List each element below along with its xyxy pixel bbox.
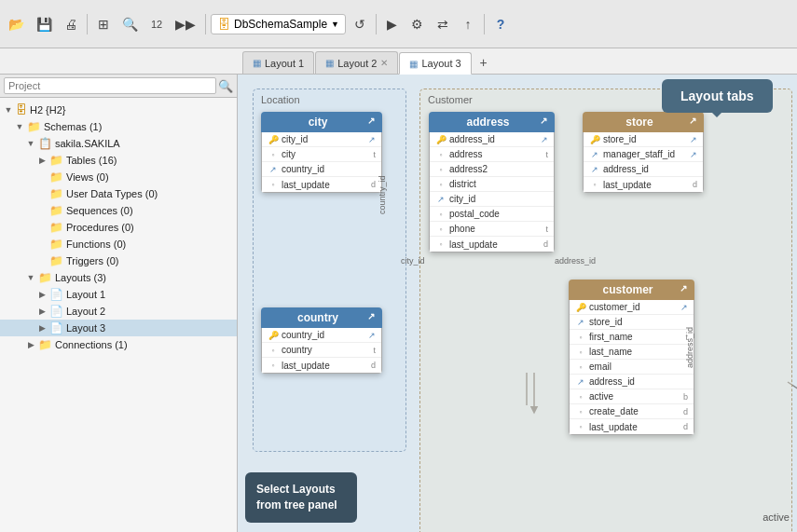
country-field-edit[interactable]: ↗	[368, 331, 376, 340]
table-country-expand[interactable]: ↗	[367, 311, 375, 321]
tree-item-layouts[interactable]: ▼ 📁 Layouts (3)	[0, 269, 237, 286]
run-button[interactable]: ▶	[381, 12, 404, 36]
table-country-header: country ↗	[261, 307, 382, 328]
city-field-city: ◦ city t	[262, 147, 381, 162]
customer-field-last_name: ◦ last_name	[570, 345, 694, 360]
customer-field-last_update: ◦ last_update d	[570, 419, 694, 434]
label-procedures: Procedures (0)	[66, 222, 134, 233]
label-layouts: Layouts (3)	[55, 272, 106, 283]
tab-layout1-icon: ▦	[253, 58, 261, 68]
icon-sequences: 📁	[49, 204, 63, 217]
label-udt: User Data Types (0)	[66, 188, 158, 199]
toggle-h2: ▼	[4, 105, 13, 115]
city-field-name-city: city	[282, 149, 370, 159]
label-h2: H2 {H2}	[30, 104, 66, 116]
tab-layout1[interactable]: ▦ Layout 1	[242, 51, 314, 74]
separator-4	[484, 14, 485, 34]
relation-city_id: city_id	[401, 256, 425, 266]
address-field-postal_code: ◦ postal_code	[430, 207, 554, 222]
table-customer[interactable]: customer ↗ 🔑 customer_id ↗ ↗ store_id ◦ …	[569, 280, 694, 435]
city-field-type-last_update: d	[371, 180, 376, 189]
tree-item-sakila[interactable]: ▼ 📋 sakila.SAKILA	[0, 135, 237, 152]
icon-views: 📁	[49, 171, 63, 184]
table-store-header: store ↗	[583, 112, 704, 132]
label-layout1: Layout 1	[66, 289, 105, 300]
tree-item-layout3[interactable]: ▶ 📄 Layout 3	[0, 320, 237, 336]
search-button[interactable]: 🔍	[218, 79, 233, 93]
store-field-address_id: ↗ address_id	[584, 162, 703, 177]
label-views: Views (0)	[66, 171, 109, 183]
tree-item-procedures[interactable]: 📁 Procedures (0)	[0, 219, 237, 236]
tab-layout3[interactable]: ▦ Layout 3	[399, 52, 471, 75]
table-address-expand[interactable]: ↗	[540, 116, 547, 126]
zoom-number-button[interactable]: 12	[145, 12, 168, 36]
tree-item-schemas[interactable]: ▼ 📁 Schemas (1)	[0, 118, 237, 135]
icon-layout1: 📄	[49, 288, 63, 301]
toggle-sakila: ▼	[26, 139, 35, 148]
table-store-expand[interactable]: ↗	[689, 116, 696, 126]
tree-panel: ▼ 🗄 H2 {H2} ▼ 📁 Schemas (1) ▼ 📋 sakila.S…	[0, 98, 237, 532]
tooltip-text: Layout tabs	[680, 89, 754, 103]
table-city-expand[interactable]: ↗	[367, 116, 375, 126]
tree-item-functions[interactable]: 📁 Functions (0)	[0, 236, 237, 252]
nav-forward-button[interactable]: ▶▶	[171, 12, 200, 36]
tree-item-userdatatypes[interactable]: 📁 User Data Types (0)	[0, 185, 237, 202]
zoom-in-button[interactable]: 🔍	[117, 12, 143, 36]
icon-layouts: 📁	[38, 271, 52, 284]
tree-item-layout1[interactable]: ▶ 📄 Layout 1	[0, 286, 237, 303]
country-field-name-country_id: country_id	[282, 330, 365, 340]
tree-item-views[interactable]: 📁 Views (0)	[0, 169, 237, 185]
tab-add-button[interactable]: +	[473, 51, 495, 74]
db-name-display[interactable]: 🗄 DbSchemaSample ▼	[211, 14, 346, 34]
customer-field-email: ◦ email	[570, 360, 694, 375]
table-city[interactable]: city ↗ 🔑 city_id ↗ ◦ city t ↗ country_id	[261, 112, 382, 193]
tab-layout2-close[interactable]: ✕	[380, 58, 388, 68]
tree-item-connections[interactable]: ▶ 📁 Connections (1)	[0, 336, 237, 353]
tree-item-tables[interactable]: ▶ 📁 Tables (16)	[0, 152, 237, 169]
table-store[interactable]: store ↗ 🔑 store_id ↗ ↗ manager_staff_id …	[583, 112, 704, 193]
table-customer-expand[interactable]: ↗	[680, 283, 687, 293]
help-button[interactable]: ?	[489, 12, 512, 36]
options-button[interactable]: ⚙	[406, 12, 429, 36]
label-connections: Connections (1)	[55, 339, 128, 350]
search-input[interactable]	[4, 77, 216, 94]
status-badge: active	[763, 512, 790, 523]
table-city-header: city ↗	[261, 112, 382, 132]
export-button[interactable]: ↑	[457, 12, 479, 36]
address-field-district: ◦ district	[430, 177, 554, 192]
tab-layout1-label: Layout 1	[265, 58, 304, 69]
country-field-type-last_update: d	[371, 361, 376, 370]
tab-layout2[interactable]: ▦ Layout 2 ✕	[315, 51, 398, 74]
print-button[interactable]: 🖨	[60, 12, 82, 36]
country-field-type-country: t	[373, 346, 376, 355]
city-circle-icon: ◦	[268, 150, 279, 159]
city-fk-icon: ↗	[268, 165, 279, 174]
label-sakila: sakila.SAKILA	[55, 138, 120, 149]
store-field-last_update: ◦ last_update d	[584, 177, 703, 192]
toggle-schemas: ▼	[15, 122, 24, 131]
label-layout2: Layout 2	[66, 306, 105, 317]
table-city-name: city	[309, 116, 328, 129]
city-field-city_id: 🔑 city_id ↗	[262, 132, 381, 147]
city-field-edit-city_id[interactable]: ↗	[368, 135, 376, 144]
store-field-manager_staff_id: ↗ manager_staff_id ↗	[584, 147, 703, 162]
country-circle-icon: ◦	[268, 346, 279, 355]
label-triggers: Triggers (0)	[66, 255, 118, 266]
tree-item-sequences[interactable]: 📁 Sequences (0)	[0, 202, 237, 219]
open-button[interactable]: 📂	[4, 12, 29, 36]
refresh-button[interactable]: ↺	[349, 12, 371, 36]
layout-button[interactable]: ⊞	[92, 12, 115, 36]
table-address[interactable]: address ↗ 🔑 address_id ↗ ◦ address t ◦ a…	[429, 112, 555, 252]
icon-procedures: 📁	[49, 221, 63, 234]
status-active-label: active	[763, 512, 790, 523]
compare-button[interactable]: ⇄	[432, 12, 454, 36]
city-field-name-country_id: country_id	[282, 164, 373, 174]
canvas[interactable]: Layout tabs Location Customer	[238, 75, 797, 532]
tree-item-layout2[interactable]: ▶ 📄 Layout 2	[0, 303, 237, 320]
save-button[interactable]: 💾	[32, 12, 57, 36]
tree-item-h2[interactable]: ▼ 🗄 H2 {H2}	[0, 102, 237, 118]
sidebar: 🔍 ▼ 🗄 H2 {H2} ▼ 📁 Schemas (1) ▼ 📋 sakila…	[0, 75, 238, 532]
relation-address_id-2: address_id	[685, 327, 694, 368]
tree-item-triggers[interactable]: 📁 Triggers (0)	[0, 252, 237, 269]
table-country[interactable]: country ↗ 🔑 country_id ↗ ◦ country t ◦ l…	[261, 307, 382, 374]
